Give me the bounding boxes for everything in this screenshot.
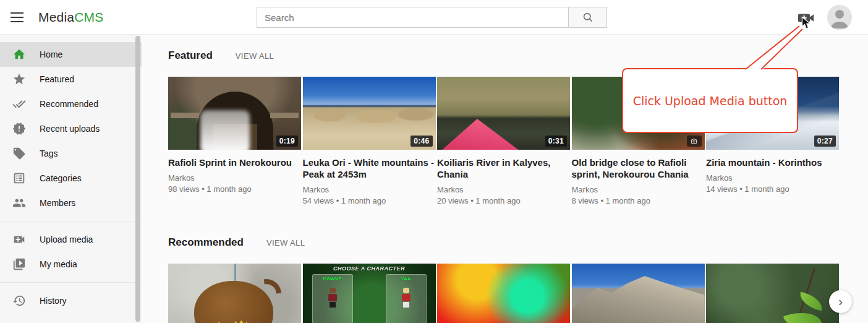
video-thumbnail[interactable] — [437, 264, 570, 323]
search-input[interactable] — [257, 7, 568, 28]
thumbnail-overlay-text: YAA — [386, 276, 426, 282]
sidebar-divider — [0, 282, 142, 283]
media-title[interactable]: Old bridge close to Rafioli sprint, Nero… — [572, 157, 705, 180]
sidebar: Home Featured Recommended Recent uploads… — [0, 35, 142, 323]
section-title-featured: Featured — [168, 50, 213, 62]
media-meta: 8 views • 1 month ago — [572, 196, 705, 207]
media-meta: 54 views • 1 month ago — [303, 196, 436, 207]
media-author[interactable]: Markos — [437, 184, 570, 196]
media-meta: 14 views • 1 month ago — [706, 184, 839, 195]
sidebar-item-label: Upload media — [40, 235, 93, 244]
search-form — [257, 7, 607, 28]
logo-text-black: Media — [38, 10, 74, 25]
media-title[interactable]: Leuka Ori - White mountains - Peak at 24… — [303, 157, 436, 180]
sidebar-item-label: Recommended — [40, 99, 98, 109]
video-thumbnail[interactable]: 0:31 — [437, 77, 570, 150]
members-icon — [12, 196, 26, 210]
sidebar-item-tags[interactable]: Tags — [0, 141, 142, 166]
section-title-recommended: Recommended — [168, 236, 244, 249]
tag-icon — [12, 147, 26, 160]
video-thumbnail[interactable] — [706, 264, 839, 323]
sidebar-item-label: Featured — [40, 74, 74, 84]
recommended-section: Recommended VIEW ALL CHOOSE A CHARACTER … — [168, 236, 868, 323]
new-releases-icon — [12, 122, 26, 136]
media-meta: 20 views • 1 month ago — [437, 196, 570, 207]
duration-badge: 0:19 — [276, 136, 298, 147]
sidebar-item-my-media[interactable]: My media — [0, 252, 142, 277]
annotation-text: Click Upload Media button — [633, 94, 788, 108]
media-author[interactable]: Markos — [168, 173, 301, 184]
sidebar-scrollbar[interactable] — [135, 36, 140, 322]
media-title[interactable]: Rafioli Sprint in Nerokourou — [168, 157, 301, 168]
media-title[interactable]: Ziria mountain - Korinthos — [706, 157, 839, 168]
sidebar-item-label: Members — [40, 198, 75, 208]
logo-text-green: CMS — [74, 10, 103, 25]
sidebar-item-label: History — [40, 296, 67, 306]
media-meta: 98 views • 1 month ago — [168, 184, 301, 195]
hamburger-menu-icon[interactable] — [9, 9, 26, 26]
carousel-next-button[interactable]: › — [829, 290, 852, 313]
sidebar-item-label: Tags — [40, 149, 58, 158]
avatar-person-icon — [827, 5, 852, 30]
media-author[interactable]: Markos — [303, 184, 436, 196]
video-library-icon — [12, 257, 26, 271]
video-thumbnail[interactable]: 0:46 — [303, 77, 436, 150]
star-icon — [12, 72, 26, 86]
video-thumbnail[interactable]: CHOOSE A CHARACTER KWAME YAA Selected Se… — [303, 264, 436, 323]
sidebar-item-recommended[interactable]: Recommended — [0, 92, 142, 116]
sidebar-item-home[interactable]: Home — [0, 42, 142, 67]
duration-badge: 0:46 — [411, 136, 432, 147]
media-card: 0:19 Rafioli Sprint in Nerokourou Markos… — [168, 77, 301, 195]
video-call-icon — [12, 233, 26, 246]
upload-media-icon — [798, 11, 814, 25]
user-avatar[interactable] — [827, 5, 852, 30]
sidebar-item-history[interactable]: History — [0, 288, 142, 313]
categories-icon — [12, 171, 26, 185]
app-logo[interactable]: MediaCMS — [38, 0, 103, 35]
video-thumbnail[interactable]: 0:19 — [168, 77, 301, 150]
annotation-callout: Click Upload Media button — [622, 68, 798, 133]
video-thumbnail[interactable] — [168, 264, 301, 323]
chevron-right-icon: › — [838, 295, 843, 308]
upload-media-button[interactable] — [798, 11, 814, 25]
camera-icon — [687, 136, 702, 147]
sidebar-item-featured[interactable]: Featured — [0, 67, 142, 92]
sidebar-item-members[interactable]: Members — [0, 191, 142, 215]
sidebar-item-recent-uploads[interactable]: Recent uploads — [0, 116, 142, 141]
sidebar-item-label: Categories — [40, 173, 82, 183]
mediacms-app: MediaCMS Home Featured Recommended — [0, 0, 868, 323]
home-icon — [12, 48, 26, 61]
sidebar-item-label: Recent uploads — [40, 124, 100, 134]
sidebar-item-categories[interactable]: Categories — [0, 166, 142, 191]
media-author[interactable]: Markos — [572, 184, 705, 196]
sidebar-item-label: Home — [40, 50, 62, 59]
history-icon — [12, 294, 26, 308]
duration-badge: 0:27 — [814, 136, 836, 147]
search-button[interactable] — [568, 7, 607, 28]
recommended-cards-row: CHOOSE A CHARACTER KWAME YAA Selected Se… — [168, 264, 868, 323]
done-all-icon — [12, 97, 26, 111]
media-author[interactable]: Markos — [706, 173, 839, 184]
thumbnail-overlay-text: CHOOSE A CHARACTER — [303, 265, 436, 272]
sidebar-item-label: My media — [40, 259, 77, 269]
duration-badge: 0:31 — [545, 136, 567, 147]
sidebar-item-upload-media[interactable]: Upload media — [0, 227, 142, 252]
featured-view-all-link[interactable]: VIEW ALL — [236, 51, 274, 61]
video-thumbnail[interactable] — [572, 264, 705, 323]
thumbnail-overlay-text: KWAME — [313, 276, 352, 282]
search-icon — [582, 11, 594, 24]
media-title[interactable]: Koiliaris River in Kalyves, Chania — [437, 157, 570, 180]
media-card: 0:46 Leuka Ori - White mountains - Peak … — [303, 77, 436, 207]
media-card: 0:31 Koiliaris River in Kalyves, Chania … — [437, 77, 570, 207]
recommended-view-all-link[interactable]: VIEW ALL — [266, 238, 305, 248]
top-bar: MediaCMS — [0, 0, 868, 35]
sidebar-divider — [0, 221, 142, 222]
